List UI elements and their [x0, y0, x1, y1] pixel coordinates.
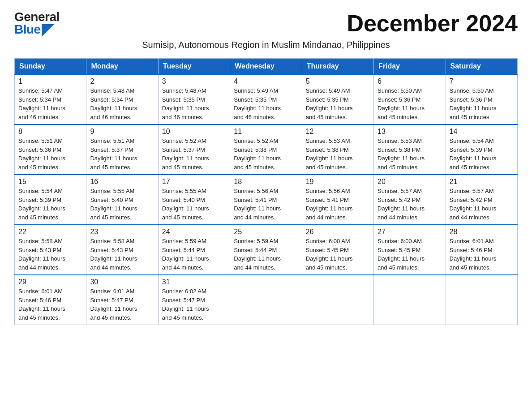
day-info: Sunrise: 5:47 AMSunset: 5:34 PMDaylight:…: [18, 87, 65, 120]
day-info: Sunrise: 6:02 AMSunset: 5:47 PMDaylight:…: [162, 288, 209, 321]
calendar-cell: 6 Sunrise: 5:50 AMSunset: 5:36 PMDayligh…: [374, 74, 446, 124]
day-number: 20: [378, 178, 442, 186]
day-info: Sunrise: 5:59 AMSunset: 5:44 PMDaylight:…: [234, 238, 281, 271]
calendar-cell: 1 Sunrise: 5:47 AMSunset: 5:34 PMDayligh…: [15, 74, 86, 124]
calendar-cell: 22 Sunrise: 5:58 AMSunset: 5:43 PMDaylig…: [15, 225, 86, 275]
day-number: 13: [378, 128, 442, 136]
weekday-header-saturday: Saturday: [446, 59, 517, 75]
calendar-cell: 17 Sunrise: 5:55 AMSunset: 5:40 PMDaylig…: [158, 175, 230, 225]
day-info: Sunrise: 5:56 AMSunset: 5:41 PMDaylight:…: [234, 188, 281, 221]
calendar-cell: 3 Sunrise: 5:48 AMSunset: 5:35 PMDayligh…: [158, 74, 230, 124]
calendar-cell: 31 Sunrise: 6:02 AMSunset: 5:47 PMDaylig…: [158, 275, 230, 325]
calendar-cell: [302, 275, 373, 325]
day-info: Sunrise: 5:58 AMSunset: 5:43 PMDaylight:…: [90, 238, 137, 271]
calendar-cell: 28 Sunrise: 6:01 AMSunset: 5:46 PMDaylig…: [446, 225, 517, 275]
calendar-cell: [230, 275, 302, 325]
day-info: Sunrise: 5:57 AMSunset: 5:42 PMDaylight:…: [378, 188, 425, 221]
week-row-2: 8 Sunrise: 5:51 AMSunset: 5:36 PMDayligh…: [15, 124, 518, 175]
weekday-header-friday: Friday: [374, 59, 446, 75]
weekday-header-row: SundayMondayTuesdayWednesdayThursdayFrid…: [15, 59, 518, 75]
day-number: 28: [450, 228, 514, 236]
day-info: Sunrise: 5:50 AMSunset: 5:36 PMDaylight:…: [450, 87, 497, 120]
day-number: 7: [450, 77, 514, 86]
day-info: Sunrise: 6:01 AMSunset: 5:47 PMDaylight:…: [90, 288, 137, 321]
day-number: 11: [234, 128, 298, 136]
day-number: 2: [90, 77, 154, 86]
day-number: 29: [18, 278, 82, 286]
day-number: 17: [162, 178, 226, 186]
day-number: 1: [18, 77, 82, 86]
day-info: Sunrise: 6:01 AMSunset: 5:46 PMDaylight:…: [18, 288, 65, 321]
day-number: 5: [306, 77, 370, 86]
day-info: Sunrise: 5:54 AMSunset: 5:39 PMDaylight:…: [450, 137, 497, 171]
day-info: Sunrise: 6:00 AMSunset: 5:45 PMDaylight:…: [378, 238, 425, 271]
day-info: Sunrise: 5:56 AMSunset: 5:41 PMDaylight:…: [306, 188, 353, 221]
day-number: 4: [234, 77, 298, 86]
day-info: Sunrise: 5:58 AMSunset: 5:43 PMDaylight:…: [18, 238, 65, 271]
day-number: 18: [234, 178, 298, 186]
page-title: December 2024: [347, 11, 518, 36]
header: General Blue December 2024: [14, 11, 518, 36]
day-info: Sunrise: 5:48 AMSunset: 5:35 PMDaylight:…: [162, 87, 209, 120]
week-row-3: 15 Sunrise: 5:54 AMSunset: 5:39 PMDaylig…: [15, 175, 518, 225]
logo-triangle-icon: [42, 24, 54, 37]
calendar-cell: 27 Sunrise: 6:00 AMSunset: 5:45 PMDaylig…: [374, 225, 446, 275]
day-number: 16: [90, 178, 154, 186]
day-info: Sunrise: 5:53 AMSunset: 5:38 PMDaylight:…: [306, 137, 353, 171]
calendar-cell: 18 Sunrise: 5:56 AMSunset: 5:41 PMDaylig…: [230, 175, 302, 225]
day-number: 9: [90, 128, 154, 136]
day-number: 15: [18, 178, 82, 186]
calendar-cell: 24 Sunrise: 5:59 AMSunset: 5:44 PMDaylig…: [158, 225, 230, 275]
weekday-header-tuesday: Tuesday: [158, 59, 230, 75]
day-number: 6: [378, 77, 442, 86]
day-number: 27: [378, 228, 442, 236]
day-info: Sunrise: 5:51 AMSunset: 5:37 PMDaylight:…: [90, 137, 137, 171]
day-number: 25: [234, 228, 298, 236]
day-info: Sunrise: 6:01 AMSunset: 5:46 PMDaylight:…: [450, 238, 497, 271]
calendar-cell: 8 Sunrise: 5:51 AMSunset: 5:36 PMDayligh…: [15, 124, 86, 175]
calendar-cell: 11 Sunrise: 5:52 AMSunset: 5:38 PMDaylig…: [230, 124, 302, 175]
day-number: 23: [90, 228, 154, 236]
week-row-1: 1 Sunrise: 5:47 AMSunset: 5:34 PMDayligh…: [15, 74, 518, 124]
calendar-cell: 19 Sunrise: 5:56 AMSunset: 5:41 PMDaylig…: [302, 175, 373, 225]
calendar-cell: [446, 275, 517, 325]
calendar-cell: 23 Sunrise: 5:58 AMSunset: 5:43 PMDaylig…: [86, 225, 158, 275]
calendar-cell: 20 Sunrise: 5:57 AMSunset: 5:42 PMDaylig…: [374, 175, 446, 225]
calendar-cell: 25 Sunrise: 5:59 AMSunset: 5:44 PMDaylig…: [230, 225, 302, 275]
day-number: 22: [18, 228, 82, 236]
day-number: 3: [162, 77, 226, 86]
day-info: Sunrise: 5:48 AMSunset: 5:34 PMDaylight:…: [90, 87, 137, 120]
day-info: Sunrise: 5:54 AMSunset: 5:39 PMDaylight:…: [18, 188, 65, 221]
day-info: Sunrise: 5:51 AMSunset: 5:36 PMDaylight:…: [18, 137, 65, 171]
day-info: Sunrise: 5:55 AMSunset: 5:40 PMDaylight:…: [90, 188, 137, 221]
calendar-cell: 29 Sunrise: 6:01 AMSunset: 5:46 PMDaylig…: [15, 275, 86, 325]
calendar-cell: 26 Sunrise: 6:00 AMSunset: 5:45 PMDaylig…: [302, 225, 373, 275]
weekday-header-monday: Monday: [86, 59, 158, 75]
weekday-header-sunday: Sunday: [15, 59, 86, 75]
day-number: 21: [450, 178, 514, 186]
day-info: Sunrise: 6:00 AMSunset: 5:45 PMDaylight:…: [306, 238, 353, 271]
day-info: Sunrise: 5:49 AMSunset: 5:35 PMDaylight:…: [234, 87, 281, 120]
day-info: Sunrise: 5:57 AMSunset: 5:42 PMDaylight:…: [450, 188, 497, 221]
subtitle: Sumisip, Autonomous Region in Muslim Min…: [14, 40, 518, 50]
day-number: 12: [306, 128, 370, 136]
calendar-cell: 10 Sunrise: 5:52 AMSunset: 5:37 PMDaylig…: [158, 124, 230, 175]
calendar-cell: 4 Sunrise: 5:49 AMSunset: 5:35 PMDayligh…: [230, 74, 302, 124]
day-number: 14: [450, 128, 514, 136]
day-info: Sunrise: 5:50 AMSunset: 5:36 PMDaylight:…: [378, 87, 425, 120]
calendar-cell: 5 Sunrise: 5:49 AMSunset: 5:35 PMDayligh…: [302, 74, 373, 124]
calendar-cell: 30 Sunrise: 6:01 AMSunset: 5:47 PMDaylig…: [86, 275, 158, 325]
calendar-cell: 2 Sunrise: 5:48 AMSunset: 5:34 PMDayligh…: [86, 74, 158, 124]
calendar-cell: 15 Sunrise: 5:54 AMSunset: 5:39 PMDaylig…: [15, 175, 86, 225]
calendar-cell: [374, 275, 446, 325]
logo-general-text: General: [14, 11, 60, 23]
calendar-cell: 16 Sunrise: 5:55 AMSunset: 5:40 PMDaylig…: [86, 175, 158, 225]
day-number: 31: [162, 278, 226, 286]
day-number: 30: [90, 278, 154, 286]
logo-blue-text: Blue: [14, 23, 54, 36]
calendar-cell: 12 Sunrise: 5:53 AMSunset: 5:38 PMDaylig…: [302, 124, 373, 175]
day-number: 10: [162, 128, 226, 136]
day-info: Sunrise: 5:55 AMSunset: 5:40 PMDaylight:…: [162, 188, 209, 221]
day-info: Sunrise: 5:59 AMSunset: 5:44 PMDaylight:…: [162, 238, 209, 271]
calendar-cell: 14 Sunrise: 5:54 AMSunset: 5:39 PMDaylig…: [446, 124, 517, 175]
